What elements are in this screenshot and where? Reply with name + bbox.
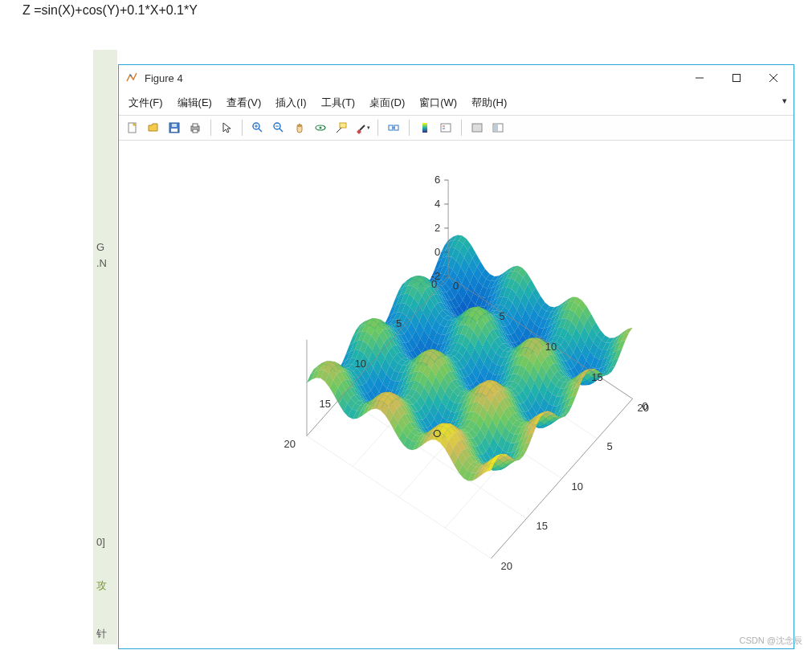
save-icon[interactable] — [165, 119, 183, 137]
menu-tool[interactable]: 工具(T) — [321, 96, 356, 110]
menu-window[interactable]: 窗口(W) — [419, 96, 457, 110]
svg-text:0: 0 — [453, 280, 459, 292]
svg-line-21 — [337, 128, 341, 133]
bg-text-x: 攻 — [96, 578, 107, 593]
formula-text: Z =sin(X)+cos(Y)+0.1*X+0.1*Y — [22, 3, 198, 18]
surface-plot: -20246051015200510152005101520 — [119, 141, 794, 648]
svg-rect-26 — [422, 123, 427, 133]
svg-text:20: 20 — [500, 560, 512, 572]
menu-edit[interactable]: 编辑(E) — [177, 96, 212, 110]
new-file-icon[interactable] — [124, 119, 141, 137]
plot-area[interactable]: -20246051015200510152005101520 — [119, 141, 794, 648]
rotate-3d-icon[interactable] — [312, 119, 329, 137]
svg-text:5: 5 — [607, 440, 613, 452]
bg-text-0: 0] — [96, 536, 105, 548]
svg-rect-32 — [494, 125, 498, 131]
svg-rect-6 — [171, 129, 177, 132]
data-cursor-icon[interactable] — [333, 119, 350, 137]
menu-view[interactable]: 查看(V) — [226, 96, 261, 110]
matlab-icon — [125, 72, 138, 84]
svg-text:5: 5 — [499, 310, 504, 322]
svg-text:0: 0 — [643, 400, 648, 412]
menu-insert[interactable]: 插入(I) — [275, 96, 306, 110]
svg-text:5: 5 — [396, 317, 402, 329]
pointer-icon[interactable] — [218, 119, 235, 137]
svg-line-12 — [259, 129, 262, 132]
svg-rect-1 — [733, 75, 741, 82]
legend-icon[interactable] — [437, 119, 455, 137]
print-icon[interactable] — [186, 119, 204, 137]
titlebar[interactable]: Figure 4 — [119, 65, 794, 91]
svg-text:15: 15 — [591, 371, 602, 383]
pan-hand-icon[interactable] — [291, 119, 308, 137]
menu-help[interactable]: 帮助(H) — [471, 96, 507, 110]
window-title: Figure 4 — [145, 72, 183, 84]
maximize-button[interactable] — [718, 66, 755, 90]
figure-window: Figure 4 文件(F) 编辑(E) 查看(V) 插入(I) 工具(T) 桌… — [118, 64, 794, 649]
watermark: CSDN @沈念辰 — [740, 635, 802, 647]
svg-rect-9 — [193, 124, 198, 127]
link-icon[interactable] — [385, 119, 402, 137]
menu-file[interactable]: 文件(F) — [129, 96, 163, 110]
menubar: 文件(F) 编辑(E) 查看(V) 插入(I) 工具(T) 桌面(D) 窗口(W… — [119, 91, 794, 115]
menu-desktop[interactable]: 桌面(D) — [369, 96, 405, 110]
colorbar-icon[interactable] — [416, 119, 434, 137]
svg-text:15: 15 — [537, 520, 548, 532]
hide-tools-icon[interactable] — [468, 119, 486, 137]
svg-point-19 — [320, 127, 322, 129]
svg-text:0: 0 — [431, 278, 437, 290]
svg-rect-27 — [441, 124, 451, 132]
minimize-button[interactable] — [681, 66, 718, 90]
bg-text-g: G — [96, 241, 104, 253]
brush-icon[interactable]: ▾ — [353, 119, 371, 137]
svg-text:10: 10 — [355, 358, 366, 370]
menu-overflow-icon[interactable]: ▾ — [782, 96, 787, 106]
bg-text-n: .N — [96, 257, 107, 269]
svg-text:10: 10 — [572, 480, 583, 493]
svg-text:15: 15 — [320, 398, 331, 410]
dock-icon[interactable] — [489, 119, 507, 137]
svg-text:10: 10 — [545, 341, 557, 353]
open-folder-icon[interactable] — [145, 119, 162, 137]
zoom-out-icon[interactable] — [270, 119, 288, 137]
svg-text:20: 20 — [284, 438, 296, 450]
svg-line-22 — [360, 125, 365, 130]
svg-rect-20 — [340, 123, 346, 128]
close-button[interactable] — [755, 66, 792, 90]
background-stripe — [93, 50, 117, 644]
svg-text:0: 0 — [435, 246, 440, 258]
svg-rect-30 — [472, 124, 482, 132]
svg-line-16 — [280, 129, 283, 132]
svg-text:2: 2 — [435, 222, 440, 234]
svg-text:4: 4 — [435, 198, 440, 210]
bg-text-li: 针 — [96, 627, 107, 641]
toolbar: ▾ — [119, 115, 794, 141]
svg-rect-10 — [193, 129, 198, 133]
svg-text:6: 6 — [435, 174, 440, 186]
zoom-in-icon[interactable] — [249, 119, 267, 137]
svg-rect-7 — [172, 124, 177, 127]
